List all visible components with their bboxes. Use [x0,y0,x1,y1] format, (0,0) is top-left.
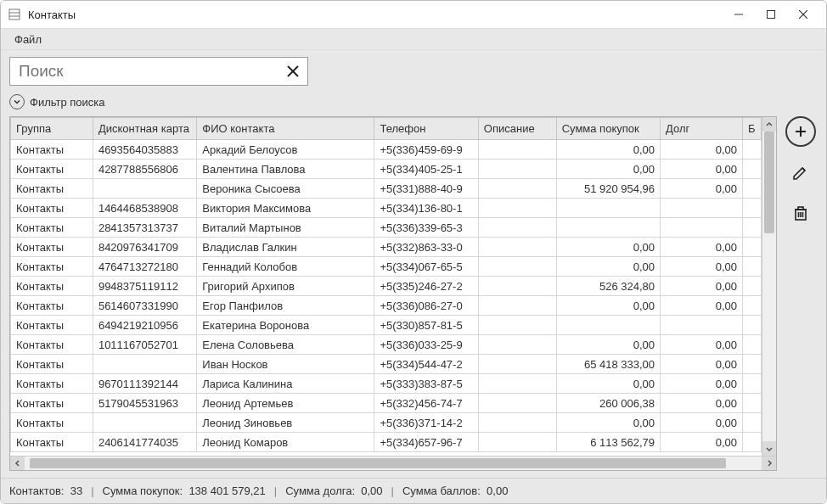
cell-debt: 0,00 [661,374,743,394]
scroll-left-button[interactable] [10,456,25,470]
cell-sum: 0,00 [556,413,660,433]
cell-sum: 0,00 [556,335,660,355]
cell-sum [556,218,660,238]
cell-card [93,355,196,374]
cell-name: Вероника Сысоева [197,179,374,199]
cell-card: 4693564035883 [93,140,196,160]
col-header-card[interactable]: Дисконтная карта [93,118,196,140]
titlebar: Контакты [1,1,826,28]
cell-group: Контакты [11,199,93,218]
col-header-desc[interactable]: Описание [478,118,556,140]
window-title: Контакты [28,8,76,21]
horizontal-scrollbar[interactable] [10,456,776,470]
table-header-row: Группа Дисконтная карта ФИО контакта Тел… [11,118,762,140]
cell-card: 9670111392144 [93,374,196,394]
minimize-button[interactable] [723,3,755,26]
edit-button[interactable] [785,157,816,188]
table-row[interactable]: Контакты2841357313737Виталий Мартынов+5(… [11,218,762,238]
cell-last [742,218,761,238]
close-button[interactable] [787,3,819,26]
cell-card: 2841357313737 [93,218,196,238]
add-button[interactable] [785,116,816,147]
menu-file[interactable]: Файл [6,31,50,48]
table-row[interactable]: КонтактыИван Носков+5(334)544-47-265 418… [11,355,762,374]
table-row[interactable]: Контакты5614607331990Егор Панфилов+5(336… [11,296,762,316]
col-header-sum[interactable]: Сумма покупок [556,118,660,140]
cell-desc [478,413,556,433]
cell-desc [478,316,556,335]
scroll-down-button[interactable] [762,441,776,456]
cell-debt: 0,00 [661,355,743,374]
scroll-up-button[interactable] [762,117,776,132]
cell-sum: 526 324,80 [556,277,660,296]
cell-sum: 260 006,38 [556,394,660,413]
cell-name: Лариса Калинина [197,374,374,394]
search-input[interactable] [10,59,278,84]
scroll-right-button[interactable] [762,456,776,470]
cell-name: Леонид Зиновьев [197,413,374,433]
cell-desc [478,140,556,160]
cell-last [742,433,761,452]
app-icon [8,8,21,21]
cell-card: 6494219210956 [93,316,196,335]
cell-desc [478,355,556,374]
status-debt-value: 0,00 [361,484,382,497]
cell-phone: +5(336)033-25-9 [374,335,478,355]
table-row[interactable]: КонтактыВероника Сысоева+5(331)888-40-95… [11,179,762,199]
search-box [9,57,308,86]
cell-last [742,199,761,218]
cell-debt [661,199,743,218]
cell-phone: +5(332)456-74-7 [374,394,478,413]
status-debt-label: Сумма долга: [285,484,355,497]
contacts-table[interactable]: Группа Дисконтная карта ФИО контакта Тел… [10,117,762,452]
table-row[interactable]: Контакты9948375119112Григорий Архипов+5(… [11,277,762,296]
col-header-name[interactable]: ФИО контакта [197,118,374,140]
cell-debt: 0,00 [661,179,743,199]
table-row[interactable]: Контакты9670111392144Лариса Калинина+5(3… [11,374,762,394]
cell-name: Владислав Галкин [197,238,374,257]
cell-group: Контакты [11,355,93,374]
cell-group: Контакты [11,179,93,199]
filter-toggle[interactable]: Фильтр поиска [9,94,818,109]
maximize-button[interactable] [755,3,787,26]
clear-search-button[interactable] [278,57,307,86]
cell-sum: 51 920 954,96 [556,179,660,199]
table-row[interactable]: Контакты4764713272180Геннадий Колобов+5(… [11,257,762,277]
cell-phone: +5(335)246-27-2 [374,277,478,296]
scroll-thumb-horizontal[interactable] [30,458,726,468]
table-row[interactable]: Контакты1464468538908Виктория Максимова+… [11,199,762,218]
scroll-thumb-vertical[interactable] [764,132,774,233]
status-contacts-value: 33 [70,484,82,497]
cell-group: Контакты [11,218,93,238]
cell-group: Контакты [11,160,93,179]
vertical-scrollbar[interactable] [762,117,776,456]
col-header-debt[interactable]: Долг [661,118,743,140]
table-row[interactable]: Контакты2406141774035Леонид Комаров+5(33… [11,433,762,452]
col-header-last[interactable]: Б [742,118,761,140]
status-points-value: 0,00 [487,484,508,497]
cell-card: 9948375119112 [93,277,196,296]
cell-last [742,296,761,316]
cell-desc [478,238,556,257]
content: Фильтр поиска Группа Дисконтная ка [1,50,826,478]
cell-debt: 0,00 [661,238,743,257]
table-row[interactable]: КонтактыЛеонид Зиновьев+5(336)371-14-20,… [11,413,762,433]
cell-name: Леонид Артемьев [197,394,374,413]
menubar: Файл [1,28,826,50]
table-row[interactable]: Контакты1011167052701Елена Соловьева+5(3… [11,335,762,355]
cell-desc [478,218,556,238]
cell-group: Контакты [11,277,93,296]
table-row[interactable]: Контакты4287788556806Валентина Павлова+5… [11,160,762,179]
table-row[interactable]: Контакты4693564035883Аркадий Белоусов+5(… [11,140,762,160]
table-row[interactable]: Контакты6494219210956Екатерина Воронова+… [11,316,762,335]
cell-group: Контакты [11,335,93,355]
col-header-phone[interactable]: Телефон [374,118,478,140]
cell-last [742,179,761,199]
side-actions [777,116,818,471]
cell-desc [478,160,556,179]
table-container: Группа Дисконтная карта ФИО контакта Тел… [9,116,777,471]
table-row[interactable]: Контакты8420976341709Владислав Галкин+5(… [11,238,762,257]
delete-button[interactable] [785,198,816,228]
col-header-group[interactable]: Группа [11,118,93,140]
table-row[interactable]: Контакты5179045531963Леонид Артемьев+5(3… [11,394,762,413]
